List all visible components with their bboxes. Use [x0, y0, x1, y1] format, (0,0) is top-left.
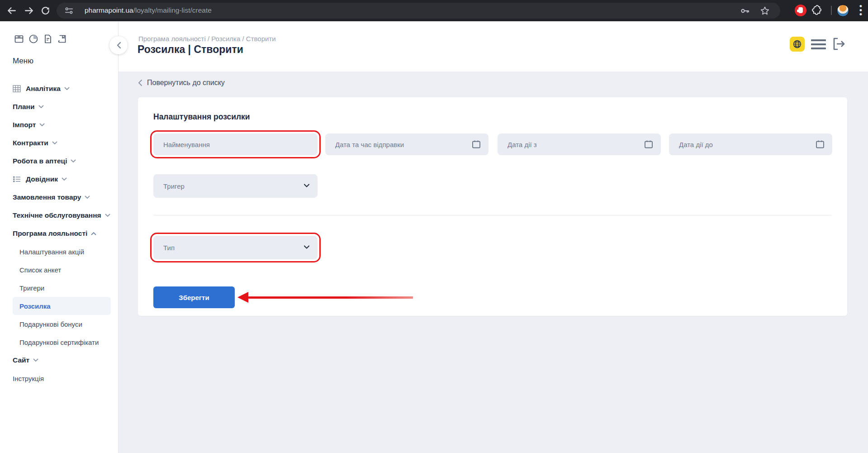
menu-heading: Меню [13, 57, 33, 66]
browser-profile-avatar[interactable] [837, 5, 849, 17]
sidebar-nav: Аналітика Плани Імпорт Контракти Робота … [0, 80, 119, 387]
address-bar[interactable]: pharmapoint.ua/loyalty/mailing-list/crea… [57, 3, 780, 19]
url-text: pharmapoint.ua/loyalty/mailing-list/crea… [85, 6, 212, 14]
arrow-head [237, 292, 248, 303]
chevron-up-icon [91, 232, 96, 235]
chevron-left-icon [138, 79, 142, 86]
sidebar-collapse-button[interactable] [109, 36, 128, 54]
sidebar-item-label: Довідник [26, 175, 58, 183]
type-select-value: Тип [163, 244, 175, 252]
page-header: Програма лояльності / Розсилка / Створит… [119, 21, 868, 72]
adblock-extension-icon[interactable] [795, 5, 806, 16]
menu-lines-icon[interactable] [811, 39, 826, 49]
chevron-down-icon [71, 159, 76, 163]
sidebar-item-site[interactable]: Сайт [0, 351, 119, 369]
pie-chart-icon[interactable] [28, 33, 39, 44]
breadcrumb: Програма лояльності / Розсилка / Створит… [138, 35, 276, 43]
language-button[interactable] [790, 37, 805, 52]
logout-button[interactable] [831, 36, 847, 52]
sidebar-item-plans[interactable]: Плани [0, 98, 119, 116]
browser-forward-icon[interactable] [24, 5, 35, 16]
calendar-icon[interactable] [815, 139, 825, 149]
archive-icon[interactable] [14, 33, 24, 44]
browser-back-icon[interactable] [6, 5, 17, 16]
trigger-select[interactable]: Тригер [153, 174, 318, 198]
save-button[interactable]: Зберегти [153, 286, 235, 308]
name-field-annotated [153, 134, 318, 155]
back-to-list-link[interactable]: Повернутись до списку [138, 79, 225, 87]
document-icon[interactable] [43, 33, 53, 44]
send-datetime-input[interactable] [325, 134, 489, 155]
date-from-field [498, 134, 661, 155]
calendar-icon[interactable] [471, 139, 481, 149]
hand-glyph [798, 7, 803, 13]
date-to-input[interactable] [669, 134, 832, 155]
annotation-arrow [237, 292, 414, 303]
browser-menu-icon[interactable]: ••• [858, 4, 864, 16]
send-datetime-field [325, 134, 489, 155]
logout-icon [831, 36, 847, 52]
sidebar-quick-icons [14, 33, 68, 44]
grid-icon [13, 85, 21, 92]
sidebar-subitem-label: Список анкет [19, 266, 61, 274]
url-host: pharmapoint.ua [85, 6, 133, 14]
sidebar-item-label: Імпорт [13, 121, 36, 129]
chevron-down-icon [33, 358, 38, 362]
site-settings-icon[interactable] [64, 5, 74, 16]
chevron-down-icon [38, 105, 44, 109]
sidebar-item-goods-order[interactable]: Замовлення товару [0, 188, 119, 206]
sidebar-subitem-gift-certificates[interactable]: Подарункові сертифікати [0, 333, 119, 351]
sidebar-subitem-triggers[interactable]: Тригери [0, 279, 119, 297]
globe-icon [792, 39, 802, 49]
sidebar-item-analytics[interactable]: Аналітика [0, 80, 119, 98]
sidebar: Меню Аналітика Плани [0, 21, 119, 453]
url-path: /loyalty/mailing-list/create [133, 6, 212, 14]
type-select[interactable]: Тип [153, 236, 318, 259]
chevron-down-icon [303, 243, 310, 251]
sidebar-subitem-mailing[interactable]: Розсилка [13, 297, 111, 315]
app-window: Меню Аналітика Плани [0, 21, 868, 453]
list-icon [13, 176, 21, 183]
sidebar-item-maintenance[interactable]: Технічне обслуговування [0, 206, 119, 224]
section-title: Налаштування розсилки [153, 112, 250, 122]
sidebar-item-label: Сайт [13, 356, 29, 364]
extensions-puzzle-icon[interactable] [811, 5, 823, 16]
sidebar-item-label: Інструкція [13, 375, 44, 382]
sidebar-subitem-label: Розсилка [19, 302, 51, 310]
bookmark-star-icon[interactable] [759, 5, 770, 16]
book-icon[interactable] [57, 33, 68, 44]
chevron-down-icon [303, 182, 310, 189]
sidebar-subitem-label: Тригери [19, 284, 44, 292]
sidebar-item-label: Аналітика [26, 85, 61, 93]
sidebar-item-loyalty-program[interactable]: Програма лояльності [0, 224, 119, 243]
date-from-input[interactable] [498, 134, 661, 155]
back-link-label: Повернутись до списку [147, 79, 225, 87]
sidebar-subitem-gift-bonuses[interactable]: Подарункові бонуси [0, 315, 119, 333]
chevron-down-icon [105, 214, 110, 217]
browser-reload-icon[interactable] [40, 5, 51, 16]
sidebar-item-label: Контракти [13, 139, 48, 147]
arrow-shaft [248, 296, 413, 299]
browser-toolbar: pharmapoint.ua/loyalty/mailing-list/crea… [0, 0, 868, 21]
calendar-icon[interactable] [644, 139, 654, 149]
main-area: Програма лояльності / Розсилка / Створит… [119, 21, 868, 453]
password-key-icon[interactable] [740, 5, 750, 16]
sidebar-item-label: Робота в аптеці [13, 157, 67, 165]
chevron-down-icon [64, 87, 70, 91]
sidebar-item-import[interactable]: Імпорт [0, 116, 119, 134]
sidebar-item-contracts[interactable]: Контракти [0, 134, 119, 152]
sidebar-item-directory[interactable]: Довідник [0, 170, 119, 188]
name-input[interactable] [153, 134, 318, 155]
sidebar-item-pharmacy-work[interactable]: Робота в аптеці [0, 152, 119, 170]
page-content: Повернутись до списку Налаштування розси… [119, 72, 868, 453]
trigger-select-value: Тригер [163, 182, 185, 190]
screen: pharmapoint.ua/loyalty/mailing-list/crea… [0, 0, 868, 453]
sidebar-subitem-questionnaires[interactable]: Список анкет [0, 261, 119, 279]
sidebar-subitem-label: Подарункові сертифікати [19, 339, 99, 346]
sidebar-subitem-promo-settings[interactable]: Налаштування акцій [0, 243, 119, 261]
sidebar-item-instruction[interactable]: Інструкція [0, 369, 119, 387]
chevron-down-icon [85, 196, 90, 199]
sidebar-item-label: Плани [13, 103, 35, 111]
chevron-down-icon [52, 141, 57, 145]
chevron-down-icon [39, 123, 45, 127]
